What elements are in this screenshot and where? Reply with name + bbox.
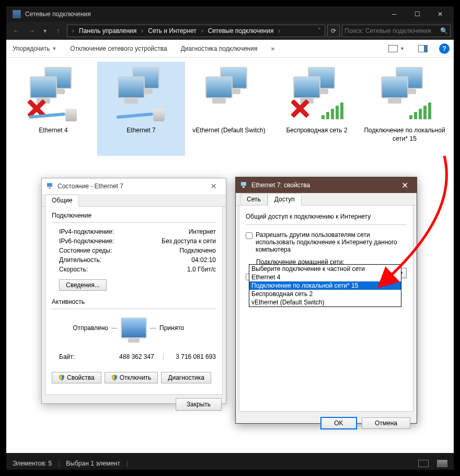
statusbar: Элементов: 5 | Выбран 1 элемент | xyxy=(6,457,454,470)
nic-icon xyxy=(240,181,248,189)
properties-dialog: Ethernet 7: свойства ✕ Сеть Доступ Общий… xyxy=(235,177,417,424)
view-icons-button[interactable] xyxy=(437,460,447,467)
command-bar: Упорядочить▼ Отключение сетевого устройс… xyxy=(6,40,454,58)
breadcrumb-root[interactable]: Панель управления xyxy=(76,25,140,37)
breadcrumb-1[interactable]: Сеть и Интернет xyxy=(145,25,199,37)
organize-menu[interactable]: Упорядочить▼ xyxy=(10,44,59,53)
svg-rect-2 xyxy=(241,182,246,186)
duration-value: 04:02:10 xyxy=(191,256,216,264)
status-dialog: Состояние - Ethernet 7 ✕ Общие Подключен… xyxy=(41,178,226,404)
tab-network[interactable]: Сеть xyxy=(240,194,268,206)
properties-close[interactable]: ✕ xyxy=(397,180,412,190)
shield-icon xyxy=(111,375,118,381)
wifi-signal-icon xyxy=(409,103,431,119)
properties-titlebar[interactable]: Ethernet 7: свойства ✕ xyxy=(236,177,417,193)
svg-rect-0 xyxy=(47,183,52,187)
back-button[interactable]: ← xyxy=(9,24,23,38)
group-connection: Подключение xyxy=(52,212,216,219)
tab-access[interactable]: Доступ xyxy=(268,194,302,206)
status-dialog-close[interactable]: ✕ xyxy=(206,182,222,190)
ipv4-value: Интернет xyxy=(189,228,216,235)
disconnected-icon xyxy=(289,97,311,119)
titlebar: Сетевые подключения ─ ☐ ✕ xyxy=(6,6,454,22)
tab-general[interactable]: Общие xyxy=(45,195,79,207)
details-button[interactable]: Сведения... xyxy=(59,279,107,291)
maximize-button[interactable]: ☐ xyxy=(406,6,429,22)
overflow-button[interactable]: » xyxy=(269,44,277,53)
wifi-signal-icon xyxy=(321,103,343,119)
view-details-button[interactable] xyxy=(418,460,429,467)
item-count: Элементов: 5 xyxy=(13,460,52,467)
connection-lan15[interactable]: Подключение по локальной сети* 15 xyxy=(361,62,448,156)
window-title: Сетевые подключения xyxy=(25,10,383,18)
connection-ethernet7[interactable]: Ethernet 7 xyxy=(97,62,185,156)
diagnose-button[interactable]: Диагностика подключения xyxy=(179,44,260,53)
option-placeholder[interactable]: Выберите подключение к частной сети xyxy=(249,265,401,273)
media-value: Подключено xyxy=(180,247,216,254)
navbar: ← → ▾ ↑ › Панель управления › Сеть и Инт… xyxy=(6,22,454,40)
status-dialog-titlebar[interactable]: Состояние - Ethernet 7 ✕ xyxy=(42,178,226,194)
up-button[interactable]: ↑ xyxy=(51,24,65,38)
status-dialog-title: Состояние - Ethernet 7 xyxy=(58,183,206,190)
diagnostics-button[interactable]: Диагностика xyxy=(161,372,211,383)
svg-rect-1 xyxy=(49,187,51,189)
activity-icon xyxy=(121,318,147,338)
allow-sharing-label: Разрешить другим пользователям сети испо… xyxy=(256,231,407,253)
refresh-button[interactable]: ⟳ xyxy=(327,25,340,37)
search-input[interactable] xyxy=(344,27,440,35)
connection-wifi2[interactable]: Беспроводная сеть 2 xyxy=(273,62,361,156)
history-dropdown[interactable]: ▾ xyxy=(41,24,49,38)
disable-button[interactable]: Отключить xyxy=(105,372,158,383)
view-menu[interactable]: ▼ xyxy=(386,44,407,53)
breadcrumb-2[interactable]: Сетевые подключения xyxy=(205,25,277,37)
allow-sharing-checkbox[interactable] xyxy=(246,232,252,239)
bytes-sent: 488 362 347 xyxy=(111,353,163,360)
search-box[interactable]: 🔍 xyxy=(342,25,451,37)
window-icon xyxy=(13,10,21,18)
group-activity: Активность xyxy=(52,298,216,305)
properties-title: Ethernet 7: свойства xyxy=(251,182,397,189)
speed-value: 1.0 Гбит/с xyxy=(187,266,216,273)
connection-ethernet4[interactable]: Ethernet 4 xyxy=(9,62,97,156)
svg-rect-3 xyxy=(243,186,245,188)
shield-icon xyxy=(59,375,65,381)
option-wifi2[interactable]: Беспроводная сеть 2 xyxy=(249,290,401,298)
close-button[interactable]: Закрыть xyxy=(176,398,222,411)
search-icon[interactable]: 🔍 xyxy=(440,27,448,35)
option-ethernet4[interactable]: Ethernet 4 xyxy=(249,273,401,281)
ok-button[interactable]: OK xyxy=(320,417,356,429)
option-lan15[interactable]: Подключение по локальной сети* 15 xyxy=(249,281,401,290)
bytes-recv: 3 716 081 693 xyxy=(164,353,216,360)
close-button[interactable]: ✕ xyxy=(429,6,452,22)
nic-icon xyxy=(46,182,54,190)
selection-count: Выбран 1 элемент xyxy=(66,460,120,467)
home-connection-dropdown[interactable]: Выберите подключение к частной сети Ethe… xyxy=(249,264,401,307)
ipv6-value: Без доступа к сети xyxy=(162,237,216,245)
cancel-button[interactable]: Отмена xyxy=(362,417,410,429)
disable-device-button[interactable]: Отключение сетевого устройства xyxy=(68,44,169,53)
preview-pane-toggle[interactable] xyxy=(416,44,430,53)
minimize-button[interactable]: ─ xyxy=(383,6,406,22)
connection-vethernet[interactable]: vEthernet (Default Switch) xyxy=(185,62,273,156)
option-vethernet[interactable]: vEthernet (Default Switch) xyxy=(249,298,401,307)
properties-button[interactable]: Свойства xyxy=(52,372,101,383)
ics-group: Общий доступ к подключению к Интернету xyxy=(246,213,407,220)
address-dropdown[interactable]: ˅ xyxy=(316,27,323,35)
help-button[interactable]: ? xyxy=(439,43,450,54)
address-bar[interactable]: › Панель управления › Сеть и Интернет › … xyxy=(67,25,325,37)
forward-button[interactable]: → xyxy=(25,24,39,38)
